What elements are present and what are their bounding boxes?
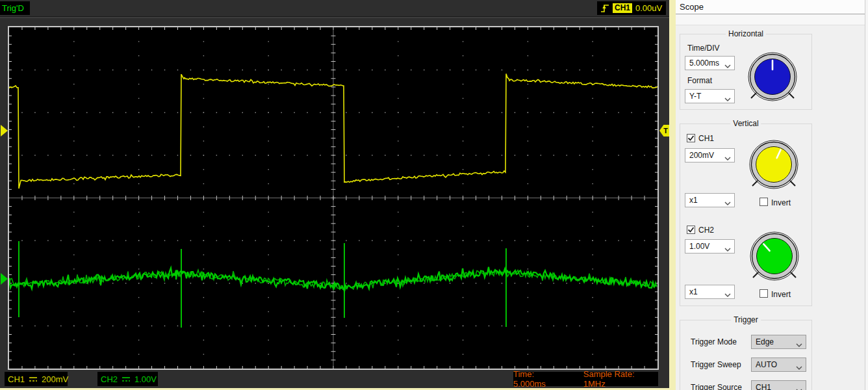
ch1-scale-readout: 200mV	[42, 374, 68, 384]
sample-rate-readout: Sample Rate: 1MHz	[583, 369, 656, 389]
ch2-enable-checkbox[interactable]	[687, 226, 695, 234]
ch1-probe-select[interactable]: x1	[685, 193, 735, 207]
panel-toolbar-strip	[676, 15, 868, 25]
vertical-group: Vertical CH1 200mV x1 Invert CH2 1.00	[680, 124, 812, 306]
timebase-status-box: Time: 5.000ms Sample Rate: 1MHz	[513, 372, 658, 386]
ch1-zero-marker[interactable]	[1, 125, 8, 136]
ch2-status-label: CH2	[101, 374, 118, 384]
chevron-down-icon	[724, 245, 731, 250]
trigger-sweep-value: AUTO	[756, 360, 777, 369]
ch2-checkbox-label: CH2	[698, 226, 714, 235]
trigger-channel-badge: CH1	[613, 3, 632, 13]
chevron-down-icon	[796, 363, 802, 368]
trigger-source-label: Trigger Source	[691, 383, 742, 390]
chevron-down-icon	[796, 341, 802, 345]
trigger-status: Trig'D	[0, 1, 30, 15]
horizontal-group-title: Horizontal	[726, 29, 766, 38]
ch1-invert-label: Invert	[771, 198, 791, 207]
dc-coupling-icon	[29, 376, 38, 382]
chevron-down-icon	[796, 386, 802, 390]
ch2-invert-checkbox[interactable]	[760, 289, 768, 298]
waveform-display	[8, 26, 659, 370]
ch1-status-label: CH1	[8, 374, 25, 384]
trigger-mode-value: Edge	[756, 337, 774, 346]
ch1-probe-value: x1	[689, 196, 698, 205]
trigger-group: Trigger Trigger Mode Edge Trigger Sweep …	[680, 320, 812, 390]
chevron-down-icon	[724, 95, 731, 99]
ch1-volt-div-value: 200mV	[689, 151, 714, 160]
ch2-probe-value: x1	[689, 287, 698, 296]
oscilloscope-app: Trig'D CH1 0.00uV T CH1	[0, 0, 868, 390]
window-edge-right	[669, 0, 676, 390]
format-select[interactable]: Y-T	[685, 89, 735, 103]
time-readout: Time: 5.000ms	[513, 369, 567, 389]
ch2-status-box: CH2 1.00V	[97, 372, 158, 386]
ch1-enable-checkbox[interactable]	[687, 134, 695, 142]
trigger-sweep-label: Trigger Sweep	[691, 360, 741, 369]
ch2-scale-readout: 1.00V	[134, 374, 157, 384]
panel-scrollbar-edge[interactable]	[865, 0, 868, 390]
time-div-label: Time/DIV	[687, 44, 720, 53]
horizontal-group: Horizontal Time/DIV 5.000ms Format Y-T	[680, 34, 812, 110]
chevron-down-icon	[724, 62, 731, 66]
ch1-volt-div-select[interactable]: 200mV	[685, 148, 735, 162]
ch1-invert-checkbox[interactable]	[760, 198, 768, 206]
chevron-down-icon	[724, 199, 731, 203]
ch2-volt-div-select[interactable]: 1.00V	[685, 239, 735, 254]
ch1-checkbox-label: CH1	[698, 134, 714, 143]
ch2-probe-select[interactable]: x1	[685, 285, 735, 299]
ch1-status-box: CH1 200mV	[5, 372, 68, 386]
chevron-down-icon	[724, 291, 731, 295]
ch2-invert-label: Invert	[771, 290, 791, 299]
format-label: Format	[687, 76, 712, 85]
scope-control-panel: Scope Horizontal Time/DIV 5.000ms Format…	[676, 0, 868, 390]
trigger-level-readout: 0.00uV	[635, 3, 662, 13]
time-div-value: 5.000ms	[689, 58, 719, 68]
scope-display-area: Trig'D CH1 0.00uV T CH1	[0, 0, 676, 390]
horizontal-knob[interactable]	[747, 51, 798, 103]
trigger-level-marker[interactable]: T	[659, 125, 670, 136]
scope-top-bar: Trig'D CH1 0.00uV	[0, 0, 676, 17]
trigger-mode-select[interactable]: Edge	[751, 335, 806, 349]
trigger-slope-icon	[600, 3, 609, 14]
vertical-group-title: Vertical	[730, 119, 761, 128]
trigger-source-select[interactable]: CH1	[751, 380, 806, 390]
waveform-canvas	[9, 27, 657, 369]
ch1-position-knob[interactable]	[748, 138, 800, 190]
trigger-sweep-select[interactable]: AUTO	[751, 358, 806, 372]
ch2-volt-div-value: 1.00V	[689, 242, 709, 251]
trigger-source-value: CH1	[756, 383, 771, 390]
format-value: Y-T	[689, 92, 701, 101]
dc-coupling-icon	[121, 376, 131, 382]
time-div-select[interactable]: 5.000ms	[685, 56, 735, 70]
trigger-mode-label: Trigger Mode	[691, 337, 737, 346]
ch2-zero-marker[interactable]	[1, 273, 8, 285]
trigger-info-box: CH1 0.00uV	[597, 1, 666, 15]
trigger-group-title: Trigger	[731, 315, 761, 324]
ch2-position-knob[interactable]	[748, 230, 800, 282]
panel-title: Scope	[676, 0, 868, 14]
chevron-down-icon	[724, 154, 731, 159]
